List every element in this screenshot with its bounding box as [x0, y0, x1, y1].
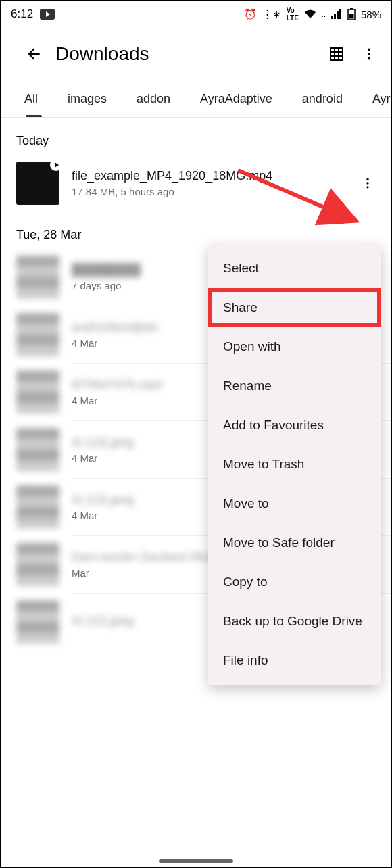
menu-item-move-to-trash[interactable]: Move to Trash [208, 445, 381, 484]
tab-images[interactable]: images [53, 92, 122, 106]
menu-item-add-to-favourites[interactable]: Add to Favourites [208, 406, 381, 445]
svg-point-5 [368, 57, 370, 59]
status-time: 6:12 [11, 7, 33, 21]
wifi-icon [304, 9, 316, 19]
no-sim-icon: .. [322, 10, 326, 18]
file-name: file_example_MP4_1920_18MG.mp4 [72, 169, 343, 183]
context-menu: SelectShareOpen withRenameAdd to Favouri… [208, 243, 381, 685]
navigation-pill[interactable] [159, 859, 233, 863]
youtube-status-icon [40, 9, 55, 20]
svg-point-8 [366, 186, 368, 188]
image-thumbnail [16, 428, 59, 471]
image-thumbnail [16, 600, 59, 644]
menu-item-rename[interactable]: Rename [208, 366, 381, 406]
menu-item-copy-to[interactable]: Copy to [208, 562, 381, 602]
image-thumbnail [16, 313, 59, 356]
battery-icon [347, 8, 356, 20]
image-thumbnail [16, 370, 59, 414]
tab-ayrala[interactable]: AyraLa [358, 92, 391, 106]
svg-point-4 [368, 53, 370, 55]
menu-item-select[interactable]: Select [208, 249, 381, 288]
menu-item-share[interactable]: Share [208, 288, 381, 327]
svg-point-7 [366, 182, 368, 184]
back-button[interactable] [18, 38, 50, 70]
tab-ayraadaptive[interactable]: AyraAdaptive [185, 92, 287, 106]
file-more-button[interactable] [356, 171, 380, 195]
tab-addon[interactable]: addon [122, 92, 185, 106]
status-bar: 6:12 ⏰ ⋮∗ VoLTE .. 58% [1, 1, 391, 27]
tab-android[interactable]: android [287, 92, 358, 106]
play-badge-icon [50, 159, 62, 171]
menu-item-move-to-safe-folder[interactable]: Move to Safe folder [208, 523, 381, 562]
page-title: Downloads [55, 43, 320, 65]
image-thumbnail [16, 543, 59, 586]
menu-item-file-info[interactable]: File info [208, 641, 381, 680]
battery-percent: 58% [361, 9, 381, 20]
section-header: Today [1, 118, 391, 155]
image-thumbnail [16, 485, 59, 529]
file-row[interactable]: file_example_MP4_1920_18MG.mp417.84 MB, … [1, 155, 391, 212]
overflow-menu-button[interactable] [353, 38, 385, 70]
signal-icon [331, 9, 342, 19]
svg-rect-2 [349, 14, 353, 19]
grid-view-button[interactable] [320, 38, 353, 70]
tab-all[interactable]: All [9, 92, 53, 106]
alarm-icon: ⏰ [244, 8, 257, 20]
app-bar: Downloads [1, 27, 391, 81]
filter-tabs: AllimagesaddonAyraAdaptiveandroidAyraLa [1, 81, 391, 118]
menu-item-open-with[interactable]: Open with [208, 327, 381, 366]
image-thumbnail [16, 256, 59, 299]
bluetooth-icon: ⋮∗ [262, 8, 281, 20]
svg-point-6 [366, 178, 368, 180]
menu-item-move-to[interactable]: Move to [208, 484, 381, 523]
menu-item-back-up-to-google-drive[interactable]: Back up to Google Drive [208, 602, 381, 641]
svg-point-3 [368, 49, 370, 51]
video-thumbnail [16, 162, 59, 205]
file-meta: 17.84 MB, 5 hours ago [72, 186, 343, 197]
volte-icon: VoLTE [287, 7, 299, 22]
